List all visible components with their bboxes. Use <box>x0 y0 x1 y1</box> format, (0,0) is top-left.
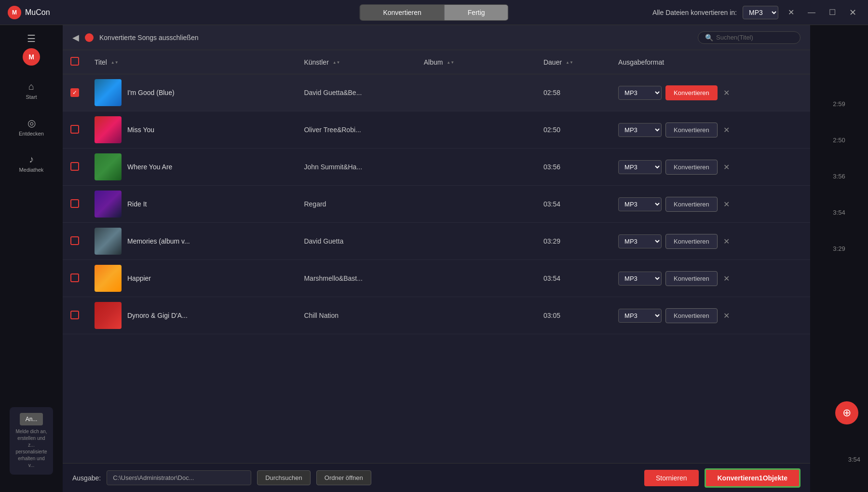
row-checkbox[interactable] <box>70 125 79 134</box>
row-format-select[interactable]: MP3AACFLACWAV <box>618 234 662 248</box>
row-checkbox[interactable] <box>70 311 79 319</box>
row-delete-button[interactable]: ✕ <box>721 123 732 137</box>
song-thumbnail <box>95 79 122 106</box>
row-format-cell: MP3AACFLACWAVKonvertieren✕ <box>610 260 810 297</box>
row-delete-button[interactable]: ✕ <box>721 161 732 174</box>
row-format-select[interactable]: MP3AACFLACWAV <box>618 272 662 286</box>
title-sort-icon[interactable]: ▲▼ <box>111 61 119 65</box>
artist-sort-icon[interactable]: ▲▼ <box>333 61 340 65</box>
row-delete-button[interactable]: ✕ <box>721 198 732 211</box>
right-panel: 2:59 2:50 3:56 3:54 3:29 ⊕ 3:54 <box>810 25 868 492</box>
format-select-main[interactable]: MP3 AAC FLAC WAV <box>743 6 778 19</box>
table-row: HappierMarshmello&Bast...03:54MP3AACFLAC… <box>63 260 810 297</box>
search-input[interactable] <box>716 34 793 41</box>
row-artist-cell: Chill Nation <box>296 297 416 334</box>
output-path-input[interactable] <box>107 470 251 485</box>
exclude-indicator <box>85 33 94 42</box>
tab-konvertieren[interactable]: Konvertieren <box>360 5 444 20</box>
sidebar-item-start[interactable]: ⌂ Start <box>0 77 63 104</box>
row-title-cell: Dynoro & Gigi D'A... <box>87 297 296 334</box>
row-convert-button[interactable]: Konvertieren <box>665 123 718 137</box>
song-thumbnail <box>95 228 122 255</box>
add-button[interactable]: ⊕ <box>835 401 858 424</box>
duration-sort-icon[interactable]: ▲▼ <box>566 61 573 65</box>
sidebar-label-entdecken: Entdecken <box>19 131 44 137</box>
open-folder-button[interactable]: Ordner öffnen <box>316 470 371 485</box>
row-format-select[interactable]: MP3AACFLACWAV <box>618 86 662 100</box>
row-duration-cell: 03:54 <box>536 186 610 223</box>
row-album-cell <box>416 260 536 297</box>
table-header-row: Titel ▲▼ Künstler ▲▼ Album ▲▼ Dauer <box>63 50 810 74</box>
row-format-select[interactable]: MP3AACFLACWAV <box>618 160 662 174</box>
row-title-cell: Happier <box>87 260 296 297</box>
anmelden-panel: An... Melde dich an, erstellen und z... … <box>10 407 53 475</box>
row-delete-button[interactable]: ✕ <box>721 272 732 285</box>
songs-tbody: I'm Good (Blue)David Guetta&Be...02:58MP… <box>63 74 810 334</box>
row-convert-button[interactable]: Konvertieren <box>665 308 718 323</box>
row-format-cell: MP3AACFLACWAVKonvertieren✕ <box>610 186 810 223</box>
table-row: Dynoro & Gigi D'A...Chill Nation03:05MP3… <box>63 297 810 334</box>
sidebar-logo-circle: M <box>23 48 40 66</box>
row-convert-button[interactable]: Konvertieren <box>665 271 718 286</box>
row-delete-button[interactable]: ✕ <box>721 309 732 322</box>
row-checkbox-cell <box>63 297 87 334</box>
row-artist-cell: Marshmello&Bast... <box>296 260 416 297</box>
row-convert-button[interactable]: Konvertieren <box>665 197 718 212</box>
browse-button[interactable]: Durchsuchen <box>257 470 311 485</box>
table-row: Memories (album v...David Guetta03:29MP3… <box>63 223 810 260</box>
row-format-select[interactable]: MP3AACFLACWAV <box>618 197 662 211</box>
row-convert-button[interactable]: Konvertieren <box>665 160 718 175</box>
row-format-cell: MP3AACFLACWAVKonvertieren✕ <box>610 223 810 260</box>
search-icon: 🔍 <box>705 34 713 41</box>
row-checkbox-cell <box>63 186 87 223</box>
row-checkbox[interactable] <box>70 162 79 171</box>
sidebar-label-mediathek: Mediathek <box>19 167 44 173</box>
th-duration: Dauer ▲▼ <box>536 50 610 74</box>
cancel-button[interactable]: Stornieren <box>644 470 699 486</box>
th-album: Album ▲▼ <box>416 50 536 74</box>
hamburger-icon[interactable]: ☰ <box>27 33 36 44</box>
maximize-window-button[interactable]: ☐ <box>825 6 840 19</box>
row-delete-button[interactable]: ✕ <box>721 235 732 248</box>
output-label: Ausgabe: <box>72 474 101 482</box>
row-checkbox[interactable] <box>70 199 79 208</box>
sidebar-item-mediathek[interactable]: ♪ Mediathek <box>0 150 63 177</box>
row-format-select[interactable]: MP3AACFLACWAV <box>618 309 662 323</box>
anmelden-button[interactable]: An... <box>20 413 43 425</box>
convert-all-label: Alle Dateien konvertieren in: <box>652 9 737 16</box>
table-row: I'm Good (Blue)David Guetta&Be...02:58MP… <box>63 74 810 111</box>
row-format-cell: MP3AACFLACWAVKonvertieren✕ <box>610 111 810 149</box>
row-checkbox[interactable] <box>70 236 79 245</box>
row-artist-cell: David Guetta <box>296 223 416 260</box>
close-window-button[interactable]: ✕ <box>784 6 798 19</box>
row-artist-cell: Oliver Tree&Robi... <box>296 111 416 149</box>
row-title-cell: Memories (album v... <box>87 223 296 260</box>
row-duration-cell: 03:29 <box>536 223 610 260</box>
convert-all-button[interactable]: Konvertieren1Objekte <box>705 468 801 488</box>
right-time-1: 2:59 <box>833 100 845 108</box>
tab-fertig[interactable]: Fertig <box>445 5 508 20</box>
exit-window-button[interactable]: ✕ <box>845 5 860 20</box>
row-format-select[interactable]: MP3AACFLACWAV <box>618 123 662 137</box>
row-checkbox[interactable] <box>70 88 79 97</box>
select-all-checkbox[interactable] <box>70 57 79 66</box>
songs-table: Titel ▲▼ Künstler ▲▼ Album ▲▼ Dauer <box>63 50 810 334</box>
row-delete-button[interactable]: ✕ <box>721 86 732 99</box>
album-sort-icon[interactable]: ▲▼ <box>447 61 454 65</box>
song-title: Where You Are <box>127 163 172 171</box>
row-format-cell: MP3AACFLACWAVKonvertieren✕ <box>610 149 810 186</box>
row-artist-cell: John Summit&Ha... <box>296 149 416 186</box>
song-thumbnail <box>95 153 122 180</box>
row-convert-button[interactable]: Konvertieren <box>665 234 718 249</box>
row-convert-button[interactable]: Konvertieren <box>665 85 718 100</box>
table-row: Where You AreJohn Summit&Ha...03:56MP3AA… <box>63 149 810 186</box>
right-time-4: 3:54 <box>833 209 845 216</box>
minimize-window-button[interactable]: — <box>804 6 819 19</box>
back-icon[interactable]: ◀ <box>72 32 79 43</box>
song-title: Dynoro & Gigi D'A... <box>127 312 188 319</box>
discover-icon: ◎ <box>27 117 36 129</box>
tab-group: Konvertieren Fertig <box>359 4 508 21</box>
row-title-cell: Where You Are <box>87 149 296 186</box>
row-checkbox[interactable] <box>70 273 79 282</box>
sidebar-item-entdecken[interactable]: ◎ Entdecken <box>0 113 63 140</box>
